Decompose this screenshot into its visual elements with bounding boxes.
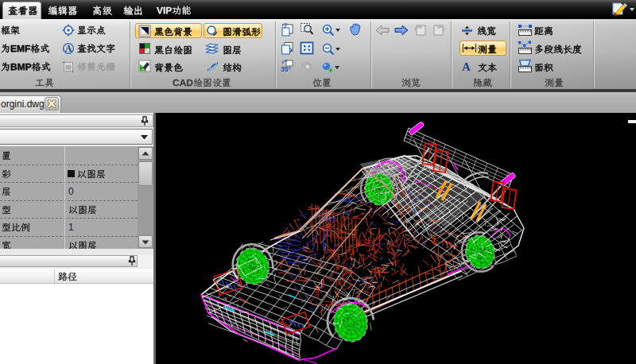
svg-text:A: A — [65, 43, 72, 54]
svg-text:35°: 35° — [281, 65, 291, 73]
